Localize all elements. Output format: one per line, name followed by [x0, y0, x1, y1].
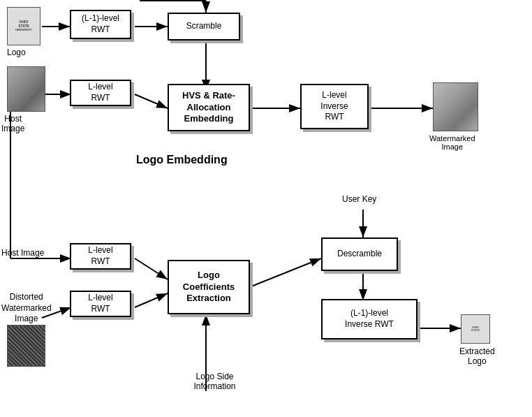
distorted-label: DistortedWatermarkedImage	[1, 292, 52, 325]
logo-side-info-label: Logo SideInformation	[175, 372, 254, 391]
rwt-inverse-top-box: L-levelInverseRWT	[300, 84, 369, 129]
extracted-logo-image: OHIOSTATE	[461, 314, 490, 344]
rwt-inverse-bottom-box: (L-1)-levelInverse RWT	[321, 299, 418, 339]
scramble-box: Scramble	[168, 13, 240, 41]
logo-extract-box: LogoCoefficientsExtraction	[168, 260, 250, 314]
user-key-label: User Key	[342, 194, 376, 204]
host-image-bottom-label: Host Image	[1, 248, 44, 258]
logo-label: Logo	[7, 47, 26, 57]
extracted-logo-label: ExtractedLogo	[459, 346, 495, 366]
host-image-top-label: HostImage	[1, 114, 24, 133]
watermarked-image-label: WatermarkedImage	[429, 134, 475, 151]
arrows-svg	[0, 0, 532, 417]
svg-line-8	[135, 94, 168, 108]
rwt-host-bottom2-box: L-levelRWT	[70, 291, 131, 317]
watermarked-image	[433, 82, 478, 131]
distorted-image	[7, 325, 45, 367]
logo-embedding-title: Logo Embedding	[136, 154, 228, 166]
diagram-container: OHIOSTATEUNIVERSITY Logo (L-1)-levelRWT …	[0, 0, 532, 417]
rwt-host-bottom1-box: L-levelRWT	[70, 243, 131, 270]
hvs-box: HVS & Rate-AllocationEmbedding	[168, 84, 250, 131]
rwt-host-top-box: L-levelRWT	[70, 80, 131, 106]
svg-line-14	[135, 258, 168, 279]
svg-line-16	[251, 258, 321, 286]
host-image-top	[7, 66, 45, 112]
descramble-box: Descramble	[321, 237, 398, 271]
svg-line-15	[135, 293, 168, 307]
rwt-logo-box: (L-1)-levelRWT	[70, 10, 131, 39]
logo-image: OHIOSTATEUNIVERSITY	[7, 7, 40, 45]
